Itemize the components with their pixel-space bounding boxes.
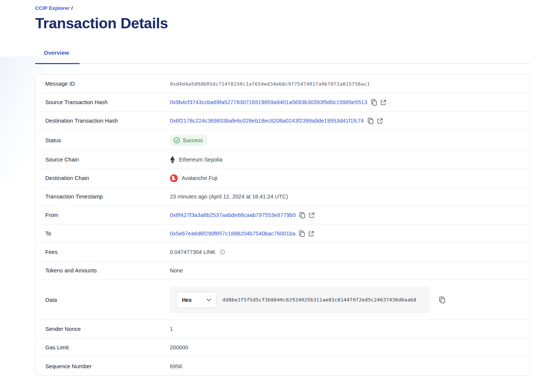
table-row-message-id: Message ID 0xd4d4a5d0db05dc714f8150c1af6… bbox=[35, 75, 530, 93]
ethereum-icon bbox=[170, 156, 175, 164]
table-row-gas-limit: Gas Limit 200000 bbox=[35, 338, 530, 357]
tokens-value: None bbox=[170, 267, 183, 274]
row-label: Fees bbox=[35, 249, 170, 255]
message-id-value: 0xd4d4a5d0db05dc714f8150c1af654ed34eb8c9… bbox=[170, 81, 370, 87]
breadcrumb: CCIP Explorer/ bbox=[35, 5, 530, 11]
dest-chain-name: Avalanche Fuji bbox=[182, 175, 217, 181]
table-row-tokens: Tokens and Amounts None bbox=[35, 261, 530, 280]
dest-tx-hash-link[interactable]: 0x6f2178c224c369833bafe6c028eb18ec8208a0… bbox=[170, 118, 364, 124]
data-hex-value: dd8be2f5f5d5cf3b8640c62924025b311ae83c61… bbox=[222, 297, 416, 303]
table-row-sequence-number: Sequence Number 6956 bbox=[35, 357, 530, 375]
tab-active-indicator bbox=[35, 63, 80, 64]
table-row-sender-nonce: Sender Nonce 1 bbox=[35, 320, 530, 338]
tab-overview[interactable]: Overview bbox=[35, 49, 78, 64]
table-row-source-chain: Source Chain Ethereum Sepolia bbox=[35, 151, 530, 169]
copy-icon[interactable] bbox=[299, 231, 305, 237]
row-label: Gas Limit bbox=[35, 344, 170, 350]
row-label: To bbox=[35, 231, 170, 237]
to-address-link[interactable]: 0x5e67ea6d6f290f857c1888204b7540bac76001… bbox=[170, 231, 295, 237]
row-label: Source Transaction Hash bbox=[35, 99, 170, 105]
table-row-status: Status Success bbox=[35, 130, 530, 151]
status-badge-label: Success bbox=[183, 137, 203, 143]
row-label: Sender Nonce bbox=[35, 326, 170, 332]
main-content: CCIP Explorer/ Transaction Details Overv… bbox=[0, 0, 555, 376]
breadcrumb-link-ccip-explorer[interactable]: CCIP Explorer bbox=[35, 5, 70, 11]
source-chain-name: Ethereum Sepolia bbox=[179, 157, 222, 163]
external-link-icon[interactable] bbox=[377, 118, 383, 124]
copy-icon[interactable] bbox=[368, 118, 373, 124]
table-row-dest-chain: Destination Chain Avalanche Fuji bbox=[35, 169, 530, 188]
row-label: Sequence Number bbox=[35, 363, 170, 369]
timestamp-value: 23 minutes ago (April 12, 2024 at 16:41:… bbox=[170, 194, 288, 200]
table-row-to: To 0x5e67ea6d6f290f857c1888204b7540bac76… bbox=[35, 224, 530, 243]
row-label: Tokens and Amounts bbox=[35, 267, 170, 274]
source-tx-hash-link[interactable]: 0x9b4cf3743ccba69fa5277830716519859a9401… bbox=[170, 99, 367, 105]
table-row-data: Data Hex dd8be2f5f5d5cf3b8640c62924025b3… bbox=[35, 280, 530, 320]
info-icon[interactable] bbox=[220, 249, 225, 255]
data-hex-box: Hex dd8be2f5f5d5cf3b8640c62924025b311ae8… bbox=[170, 286, 430, 314]
copy-icon[interactable] bbox=[371, 99, 377, 106]
table-row-source-tx-hash: Source Transaction Hash 0x9b4cf3743ccba6… bbox=[35, 93, 530, 112]
copy-icon[interactable] bbox=[299, 212, 305, 218]
chevron-down-icon bbox=[207, 298, 211, 301]
tab-overview-label: Overview bbox=[44, 49, 69, 56]
breadcrumb-separator: / bbox=[71, 5, 73, 11]
row-label: Message ID bbox=[35, 81, 170, 87]
table-row-timestamp: Transaction Timestamp 23 minutes ago (Ap… bbox=[35, 188, 530, 206]
check-circle-icon bbox=[173, 137, 180, 144]
external-link-icon[interactable] bbox=[308, 231, 314, 237]
table-row-dest-tx-hash: Destination Transaction Hash 0x6f2178c22… bbox=[35, 112, 530, 130]
fees-value: 0.047477304 LINK bbox=[170, 249, 216, 255]
table-row-from: From 0x8f427f3a3a8b2537aabde68caab797553… bbox=[35, 206, 530, 224]
status-badge: Success bbox=[170, 135, 207, 146]
sequence-number-value: 6956 bbox=[170, 363, 182, 369]
external-link-icon[interactable] bbox=[381, 100, 386, 105]
data-format-select[interactable]: Hex bbox=[176, 292, 216, 308]
row-label: From bbox=[35, 212, 170, 218]
external-link-icon[interactable] bbox=[309, 212, 314, 218]
transaction-details-table: Message ID 0xd4d4a5d0db05dc714f8150c1af6… bbox=[35, 74, 530, 376]
tab-bar-divider bbox=[35, 63, 530, 64]
row-label: Destination Chain bbox=[35, 175, 170, 181]
sender-nonce-value: 1 bbox=[170, 326, 173, 332]
gas-limit-value: 200000 bbox=[170, 344, 188, 350]
row-label: Transaction Timestamp bbox=[35, 194, 170, 200]
row-label: Status bbox=[35, 137, 170, 143]
copy-icon[interactable] bbox=[439, 297, 445, 303]
row-label: Source Chain bbox=[35, 157, 170, 163]
tab-bar: Overview bbox=[35, 49, 530, 64]
data-format-selected: Hex bbox=[182, 297, 192, 303]
avalanche-icon bbox=[170, 174, 178, 182]
row-label: Data bbox=[35, 297, 170, 303]
page-title: Transaction Details bbox=[35, 15, 530, 32]
table-row-fees: Fees 0.047477304 LINK bbox=[35, 243, 530, 261]
from-address-link[interactable]: 0x8f427f3a3a8b2537aabde68caab797553e8779… bbox=[170, 212, 296, 218]
row-label: Destination Transaction Hash bbox=[35, 118, 170, 124]
